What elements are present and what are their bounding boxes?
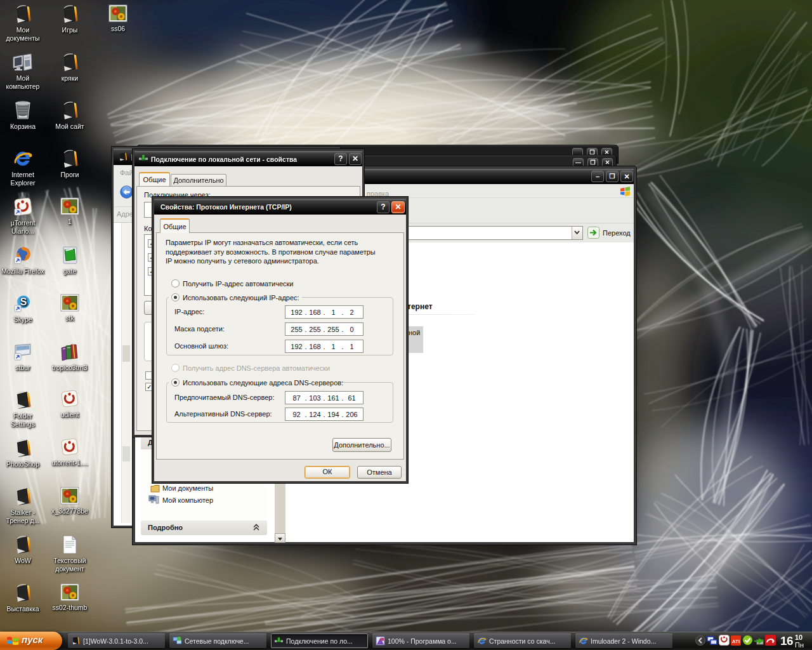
svg-text:S: S (20, 296, 27, 307)
svg-text:ATI: ATI (732, 639, 740, 644)
